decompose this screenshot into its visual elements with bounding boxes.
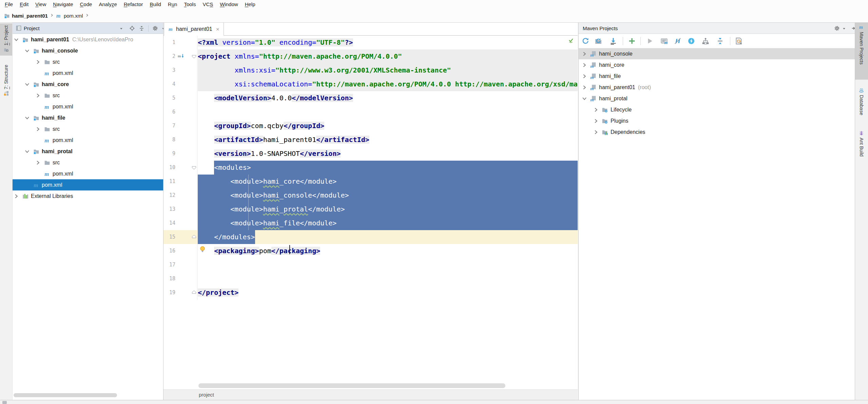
menu-item-vcs[interactable]: VCS [199,0,216,8]
breadcrumb-item-pom.xml[interactable]: mpom.xml [56,13,83,19]
project-tree-row-hami_core[interactable]: hami_core [13,79,163,90]
skip-tests-button[interactable] [674,37,682,45]
project-horizontal-scrollbar[interactable] [14,393,117,397]
menu-item-help[interactable]: Help [242,0,259,8]
maven-tree[interactable]: mhami_consolemhami_coremhami_filemhami_p… [579,48,855,138]
tree-path-suffix: C:\Users\Lenovo\IdeaPro [72,37,133,43]
maven-tree-row-hami_protal[interactable]: mhami_protal [579,93,855,104]
maven-settings-button[interactable] [735,37,743,45]
chevron-right-icon[interactable] [581,62,587,68]
download-sources-button[interactable] [609,37,617,45]
inspection-status-icon[interactable] [568,38,574,43]
chevron-right-icon[interactable] [35,59,41,65]
menu-item-tools[interactable]: Tools [180,0,199,8]
maven-gear-icon[interactable] [834,25,840,31]
menu-item-file[interactable]: File [1,0,16,8]
chevron-down-icon[interactable] [581,96,587,102]
add-projects-button[interactable] [628,37,636,45]
show-dependencies-button[interactable] [701,37,710,45]
chevron-right-icon[interactable] [593,129,599,135]
menu-item-view[interactable]: View [32,0,50,8]
project-tree-row-hami_console[interactable]: hami_console [13,45,163,56]
breadcrumb-project[interactable]: project [199,392,214,398]
project-tree-row-hami_parent01[interactable]: hami_parent01C:\Users\Lenovo\IdeaPro [13,34,163,45]
menu-item-analyze[interactable]: Analyze [95,0,120,8]
sidebar-tab-7-structure[interactable]: 7: Structure [0,63,12,94]
project-gear-icon[interactable] [152,25,158,31]
project-collapse-all-icon[interactable] [139,25,144,31]
project-tree-row-src[interactable]: src [13,90,163,101]
maven-config-button[interactable]: m [660,37,668,45]
module-folder-icon [33,148,39,155]
project-tree-row-src[interactable]: src [13,56,163,67]
menu-item-edit[interactable]: Edit [16,0,32,8]
editor-breadcrumbs[interactable]: project [163,389,578,400]
menu-item-build[interactable]: Build [146,0,164,8]
project-tree-row-pom.xml[interactable]: mpom.xml [13,135,163,146]
maven-dropdown-arrow-icon[interactable] [843,25,848,31]
fold-marker-open-icon[interactable] [191,165,197,170]
maven-tree-row-Plugins[interactable]: Plugins [579,115,855,126]
maven-tree-row-hami_console[interactable]: mhami_console [579,48,855,59]
close-icon[interactable]: × [216,26,219,32]
project-tree-row-pom.xml[interactable]: mpom.xml [13,168,163,179]
right-tool-strip: mMaven ProjectsDatabaseAnt Build [855,23,868,400]
chevron-right-icon[interactable] [13,193,19,199]
fold-marker-close-icon[interactable] [191,290,197,295]
maven-tree-row-Lifecycle[interactable]: Lifecycle [579,104,855,115]
maven-tree-row-Dependencies[interactable]: Dependencies [579,126,855,138]
chevron-right-icon[interactable] [35,93,41,99]
chevron-down-icon[interactable] [24,148,30,155]
run-build-button[interactable] [646,37,654,45]
chevron-down-icon[interactable] [24,81,30,87]
editor-tab-hami-parent01[interactable]: m hami_parent01 × [164,23,224,36]
sidebar-tab-1-project[interactable]: 1: Project [0,23,12,56]
line-number: 17 [169,258,175,272]
maven-tree-row-hami_file[interactable]: mhami_file [579,70,855,82]
chevron-right-icon[interactable] [35,160,41,166]
project-locate-icon[interactable] [129,25,135,31]
chevron-right-icon[interactable] [581,84,587,90]
code-area[interactable]: 12m345678910111213141516171819 <?xml ver… [163,36,578,300]
fold-marker-open-icon[interactable] [191,54,197,59]
chevron-right-icon[interactable] [593,118,599,124]
menu-item-navigate[interactable]: Navigate [50,0,76,8]
chevron-right-icon[interactable] [35,126,41,132]
collapse-all-blue-button[interactable] [716,37,724,45]
sidebar-tab-maven-projects[interactable]: mMaven Projects [855,23,868,80]
project-tree-row-pom.xml[interactable]: mpom.xml [13,179,163,190]
chevron-right-icon[interactable] [581,73,587,79]
execute-goal-button[interactable] [687,37,695,45]
fold-marker-close-icon[interactable] [191,234,197,240]
chevron-down-icon[interactable] [24,115,30,121]
menu-item-code[interactable]: Code [77,0,96,8]
chevron-down-icon[interactable] [13,37,19,43]
project-tree-row-External Libraries[interactable]: External Libraries [13,190,163,202]
project-tree[interactable]: hami_parent01C:\Users\Lenovo\IdeaProhami… [13,34,163,202]
menu-item-window[interactable]: Window [216,0,241,8]
project-tree-row-hami_file[interactable]: hami_file [13,112,163,123]
maven-tree-row-hami_core[interactable]: mhami_core [579,59,855,70]
project-tree-row-hami_protal[interactable]: hami_protal [13,146,163,157]
chevron-right-icon[interactable] [581,51,587,57]
project-tree-row-pom.xml[interactable]: mpom.xml [13,101,163,112]
maven-download-icon[interactable]: m [178,54,185,59]
maven-tree-row-hami_parent01[interactable]: mhami_parent01(root) [579,82,855,93]
project-tree-row-pom.xml[interactable]: mpom.xml [13,67,163,79]
reimport-button[interactable] [581,37,590,45]
chevron-down-icon[interactable] [24,48,30,54]
breadcrumb-item-hami_parent01[interactable]: hami_parent01 [4,13,48,19]
chevron-right-icon[interactable] [593,107,599,113]
project-tree-row-src[interactable]: src [13,123,163,135]
menu-item-run[interactable]: Run [165,0,181,8]
project-tree-row-src[interactable]: src [13,157,163,168]
intention-bulb-icon[interactable] [199,246,206,252]
generate-sources-button[interactable] [594,37,602,45]
menu-item-refactor[interactable]: Refactor [120,0,147,8]
sidebar-tab-database[interactable]: Database [855,86,868,123]
line-number: 8 [172,133,175,147]
editor-horizontal-scrollbar[interactable] [198,383,505,388]
sidebar-tab-ant-build[interactable]: Ant Build [855,128,868,161]
toolwindow-toggle-icon[interactable] [2,401,7,404]
project-dropdown-arrow-icon[interactable] [120,25,126,31]
